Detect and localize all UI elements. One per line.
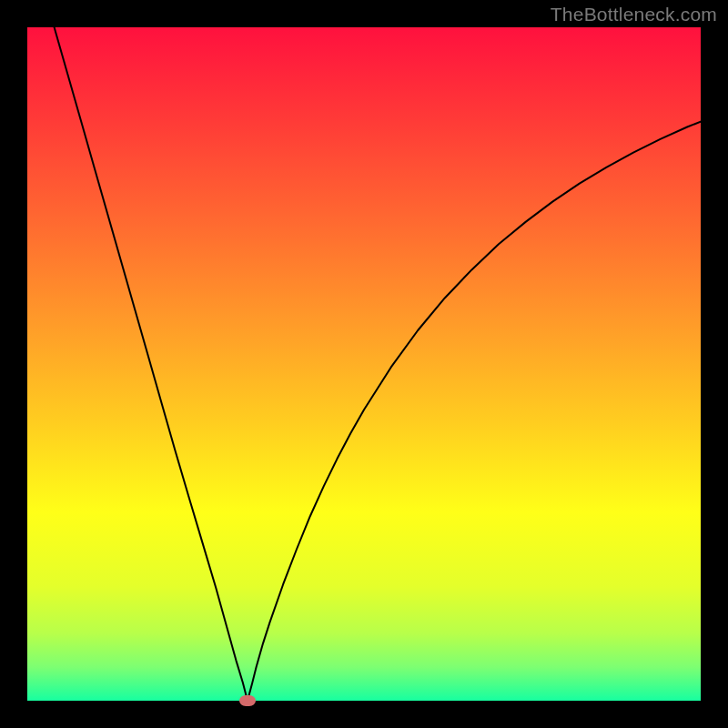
chart-stage: TheBottleneck.com <box>0 0 728 728</box>
plot-svg <box>27 27 701 701</box>
gradient-rect <box>27 27 701 701</box>
watermark-text: TheBottleneck.com <box>551 4 717 25</box>
optimal-marker <box>239 695 256 706</box>
plot-area <box>27 27 701 701</box>
